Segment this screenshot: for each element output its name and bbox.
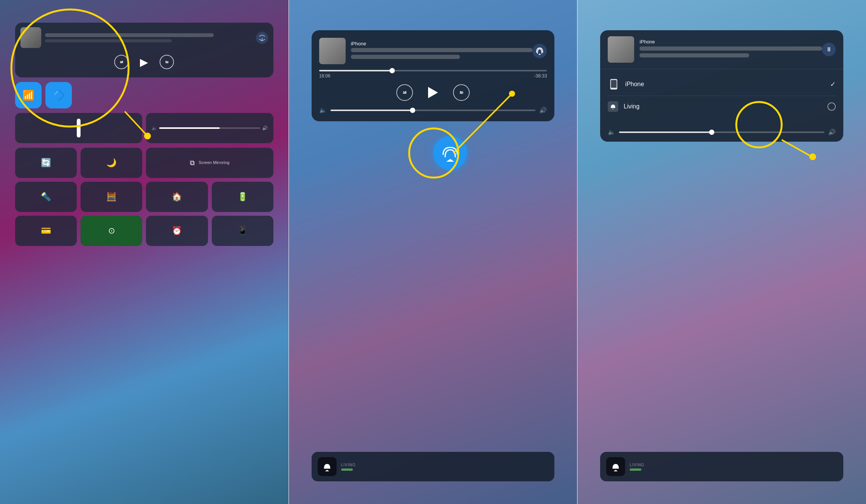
camera-icon: ⊙ — [108, 226, 115, 236]
skip-forward-label: 30 — [165, 60, 169, 64]
wallet-button[interactable]: 💳 — [15, 216, 77, 246]
screen-lock-button[interactable]: 🔄 — [15, 148, 77, 178]
airplay-highlighted-button[interactable] — [433, 136, 467, 170]
media-controls: ↺ 30 ▶ ↻ 30 — [20, 51, 268, 73]
remote-button[interactable]: 📱 — [212, 216, 273, 246]
progress-bar[interactable]: 18:06 -38:33 — [319, 70, 547, 79]
camera-button[interactable]: ⊙ — [81, 216, 142, 246]
screen-lock-icon: 🔄 — [41, 158, 51, 168]
screen-mirroring-button[interactable]: ⧉ Screen Mirroring — [146, 148, 273, 178]
track-title-bar — [639, 46, 822, 51]
media-header: iPhone — [319, 38, 547, 64]
svg-marker-13 — [612, 108, 615, 109]
airplay-button-small[interactable] — [256, 32, 268, 44]
slider-row: 🔈 🔊 — [15, 113, 273, 143]
skip-back-button[interactable]: ↺ 30 — [114, 55, 129, 69]
skip-forward-button[interactable]: ↻ 30 — [160, 55, 174, 69]
svg-marker-6 — [325, 470, 329, 471]
media-card: ↺ 30 ▶ ↻ 30 — [15, 23, 273, 77]
svg-marker-5 — [445, 159, 455, 161]
track-artist-bar — [639, 53, 749, 57]
panel-3: iPhone ⏸ iPhone ✓ — [577, 0, 866, 504]
appletv-card-panel3: LIVING — [600, 452, 843, 481]
device-list-card: iPhone ⏸ iPhone ✓ — [600, 30, 843, 142]
airplay-button[interactable] — [532, 44, 547, 58]
skip-forward-30-button[interactable]: ↻ 30 — [453, 84, 470, 101]
media-title-bar — [45, 33, 214, 37]
media-subtitle-bar — [45, 39, 172, 42]
volume-row: 🔈 🔊 — [319, 107, 547, 114]
wifi-icon: 📶 — [22, 90, 34, 101]
battery-icon: 🔋 — [237, 192, 248, 202]
volume-high-icon: 🔊 — [828, 128, 836, 136]
skip-forward-label: 30 — [459, 91, 463, 94]
volume-slider[interactable] — [331, 110, 536, 111]
volume-low-icon: 🔈 — [608, 128, 615, 136]
calculator-icon: 🧮 — [106, 192, 116, 202]
clock-button[interactable]: ⏰ — [146, 216, 208, 246]
screen-mirroring-icon: ⧉ — [190, 159, 195, 167]
album-art — [319, 38, 346, 64]
track-artist-bar — [351, 55, 460, 59]
appletv-label: LIVING — [341, 463, 356, 467]
panel-1: ↺ 30 ▶ ↻ 30 📶 🔷 — [0, 0, 289, 504]
media-text: iPhone — [351, 41, 533, 62]
volume-high-icon: 🔊 — [539, 107, 547, 114]
appletv-logo-panel3 — [606, 457, 625, 476]
panel-2: iPhone 18:06 -38:33 — [289, 0, 578, 504]
device-volume-row: 🔈 🔊 — [600, 125, 843, 142]
volume-high-icon: 🔊 — [262, 125, 268, 131]
playback-controls: ↺ 30 ↻ 30 — [319, 84, 547, 101]
appletv-label-panel3: LIVING — [630, 463, 644, 467]
skip-back-30-button[interactable]: ↺ 30 — [396, 84, 413, 101]
calculator-button[interactable]: 🧮 — [81, 182, 142, 212]
flashlight-button[interactable]: 🔦 — [15, 182, 77, 212]
device-volume-slider[interactable] — [619, 131, 824, 133]
device-item-living[interactable]: Living — [600, 96, 843, 117]
appletv-logo — [318, 457, 337, 476]
home-button[interactable]: 🏠 — [146, 182, 208, 212]
living-radio-button[interactable] — [827, 102, 836, 111]
svg-marker-14 — [614, 470, 618, 471]
iphone-device-icon — [608, 78, 620, 90]
brightness-slider[interactable] — [15, 113, 142, 143]
volume-slider-card[interactable]: 🔈 🔊 — [146, 113, 273, 143]
moon-icon: 🌙 — [106, 158, 116, 168]
volume-low-icon: 🔈 — [319, 107, 327, 114]
do-not-disturb-button[interactable]: 🌙 — [81, 148, 142, 178]
device-header: iPhone ⏸ — [600, 30, 843, 69]
battery-button[interactable]: 🔋 — [212, 182, 273, 212]
screen-mirroring-label: Screen Mirroring — [199, 160, 229, 165]
appletv-device-icon — [608, 101, 618, 112]
remote-icon: 📱 — [237, 226, 248, 236]
device-item-iphone[interactable]: iPhone ✓ — [600, 73, 843, 96]
icon-grid: 🔄 🌙 ⧉ Screen Mirroring 🔦 🧮 🏠 🔋 � — [15, 148, 273, 246]
bluetooth-toggle[interactable]: 🔷 — [45, 82, 72, 108]
skip-back-label: 30 — [120, 60, 123, 64]
play-button[interactable] — [428, 87, 438, 98]
device-album-art — [608, 36, 634, 63]
play-pause-button[interactable]: ⏸ — [822, 43, 836, 56]
device-media-info: iPhone — [639, 39, 822, 60]
wifi-toggle[interactable]: 📶 — [15, 82, 42, 108]
track-title-bar — [351, 48, 533, 52]
svg-rect-11 — [611, 80, 617, 88]
appletv-bar-panel3 — [630, 468, 641, 471]
living-device-name: Living — [624, 103, 822, 110]
appletv-progress-bar — [341, 468, 353, 471]
control-center: ↺ 30 ▶ ↻ 30 📶 🔷 — [15, 23, 273, 481]
bluetooth-icon: 🔷 — [53, 90, 65, 101]
iphone-checkmark: ✓ — [830, 80, 836, 88]
album-thumbnail — [20, 27, 41, 48]
clock-icon: ⏰ — [172, 226, 182, 236]
svg-point-12 — [613, 88, 615, 89]
flashlight-icon: 🔦 — [41, 192, 51, 202]
appletv-info: LIVING — [341, 463, 356, 471]
device-list: iPhone ✓ Living — [600, 69, 843, 121]
media-info — [45, 33, 256, 42]
device-name-label: iPhone — [351, 41, 533, 46]
wallet-icon: 💳 — [41, 226, 51, 236]
appletv-card: LIVING — [312, 452, 555, 481]
play-button[interactable]: ▶ — [140, 56, 148, 68]
time-remaining: -38:33 — [534, 73, 547, 79]
